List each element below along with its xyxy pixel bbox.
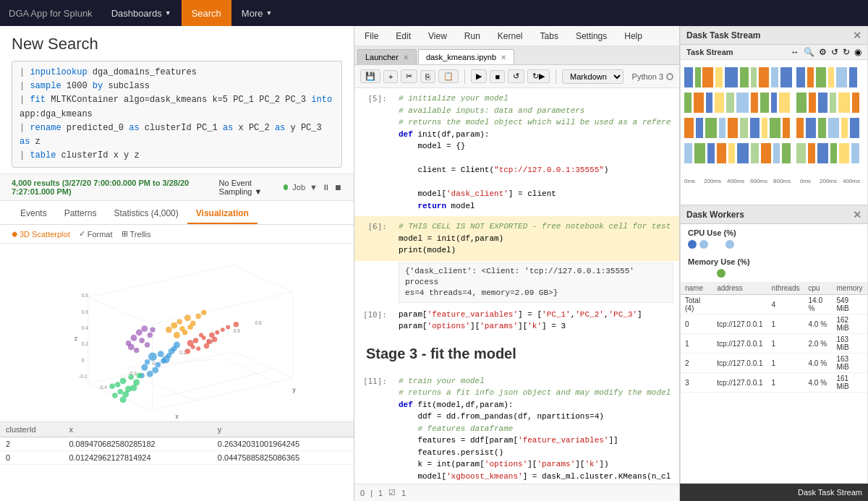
svg-point-89 <box>128 344 135 351</box>
tab-patterns[interactable]: Patterns <box>56 204 106 224</box>
menu-edit[interactable]: Edit <box>391 31 415 41</box>
cell-10-content[interactable]: param['feature_variables'] = ['PC_1','PC… <box>393 306 679 335</box>
menu-help[interactable]: Help <box>620 31 647 41</box>
task-stream-title: Dask Task Stream <box>686 30 761 40</box>
svg-rect-151 <box>796 143 806 163</box>
nav-dashboards[interactable]: Dashboards ▼ <box>101 0 182 26</box>
menu-run[interactable]: Run <box>460 31 485 41</box>
cpu-label: CPU Use (%) <box>688 228 860 237</box>
dask-footer: Dask Task Stream <box>680 484 868 501</box>
svg-line-2 <box>234 351 293 378</box>
tab-statistics[interactable]: Statistics (4,000) <box>105 204 187 224</box>
cut-button[interactable]: ✂ <box>401 69 417 83</box>
viz-trellis[interactable]: ⊞ Trellis <box>122 229 151 239</box>
cell-6-content[interactable]: # THIS CELL IS NOT EXPORTED - free noteb… <box>393 218 679 260</box>
svg-point-57 <box>166 353 171 358</box>
viz-format[interactable]: ✓ Format <box>79 229 113 239</box>
job-label[interactable]: Job <box>292 183 305 192</box>
page-title: New Search <box>12 35 342 53</box>
undo-icon[interactable]: ↺ <box>831 47 838 57</box>
svg-text:0.8: 0.8 <box>82 294 89 299</box>
svg-line-13 <box>134 377 198 402</box>
svg-rect-112 <box>779 93 790 113</box>
color-icon[interactable]: ◉ <box>854 47 861 57</box>
menu-view[interactable]: View <box>424 31 451 41</box>
menu-file[interactable]: File <box>360 31 383 41</box>
expand-icon[interactable]: ↔ <box>791 47 799 57</box>
svg-line-14 <box>226 359 277 383</box>
svg-rect-127 <box>728 143 735 163</box>
search-icon[interactable]: 🔍 <box>804 47 814 57</box>
worker-row-2: 2 tcp://127.0.0.1 1 4.0 % 163 MiB <box>681 354 867 373</box>
cell-5-content[interactable]: # initialize your model # available inpu… <box>393 90 679 215</box>
run-button[interactable]: ▶ <box>471 69 487 83</box>
tab-notebook[interactable]: dask_kmeans.ipynb ✕ <box>418 49 514 64</box>
dask-panel: Dask Task Stream ✕ Task Stream ↔ 🔍 ⚙ ↺ ↻… <box>680 26 868 501</box>
cpu-dot-0 <box>688 240 697 249</box>
svg-rect-95 <box>702 67 713 87</box>
redo-icon[interactable]: ↻ <box>843 47 850 57</box>
menu-kernel[interactable]: Kernel <box>493 31 527 41</box>
cell-11-content[interactable]: # train your model # returns a fit info … <box>393 372 679 484</box>
svg-point-63 <box>115 382 120 387</box>
svg-rect-125 <box>707 143 715 163</box>
svg-rect-154 <box>830 143 837 163</box>
restart-button[interactable]: ↺ <box>508 69 524 83</box>
col-name: name <box>681 282 712 295</box>
toolbar-separator-2 <box>556 69 556 84</box>
results-count: 4,000 results (3/27/20 7:00:00.000 PM to… <box>12 179 219 196</box>
col-y[interactable]: y <box>212 422 354 437</box>
tab-launcher[interactable]: Launcher ✕ <box>357 49 417 64</box>
svg-rect-144 <box>852 93 859 113</box>
svg-text:800ms: 800ms <box>773 178 791 184</box>
settings-icon[interactable]: ⚙ <box>819 47 827 57</box>
interrupt-button[interactable]: ■ <box>490 70 505 83</box>
close-notebook-tab[interactable]: ✕ <box>501 53 506 61</box>
viz-3d-scatter[interactable]: ◆ 3D Scatterplot <box>12 229 70 239</box>
menu-settings[interactable]: Settings <box>571 31 611 41</box>
svg-point-75 <box>171 322 177 329</box>
svg-line-1 <box>88 384 153 411</box>
save-button[interactable]: 💾 <box>360 69 380 83</box>
data-table: clusterId x y 2 0.089470682580285182 0.2… <box>0 422 354 465</box>
cell-5-number: [5]: <box>357 90 393 215</box>
tab-visualization[interactable]: Visualization <box>187 204 258 224</box>
svg-point-42 <box>234 322 239 327</box>
svg-point-66 <box>130 385 137 391</box>
svg-rect-152 <box>808 143 815 163</box>
svg-line-10 <box>153 292 293 325</box>
copy-button[interactable]: ⎘ <box>420 70 435 83</box>
task-stream-close[interactable]: ✕ <box>853 30 861 41</box>
cpu-dot-1 <box>699 240 708 249</box>
tab-events[interactable]: Events <box>12 204 56 224</box>
svg-text:0.8: 0.8 <box>255 320 262 325</box>
workers-close[interactable]: ✕ <box>853 209 861 220</box>
menu-tabs[interactable]: Tabs <box>536 31 563 41</box>
worker-row-total: Total (4) 4 14.0 % 549 MiB <box>681 295 867 314</box>
nav-search[interactable]: Search <box>182 0 231 26</box>
cell-type-select[interactable]: Markdown Code <box>562 69 624 84</box>
svg-point-43 <box>199 333 203 338</box>
svg-rect-122 <box>783 118 790 138</box>
toolbar-separator <box>464 69 465 84</box>
svg-text:0.2: 0.2 <box>82 342 89 347</box>
pause-btn[interactable]: ⏸ <box>322 183 330 192</box>
search-box[interactable]: | inputlookup dga_domains_features | sam… <box>12 61 342 168</box>
event-sampling[interactable]: No Event Sampling ▼ <box>219 179 280 196</box>
svg-point-85 <box>148 333 153 338</box>
cell-6-number: [6]: <box>357 218 393 260</box>
svg-point-45 <box>191 345 195 349</box>
close-launcher-tab[interactable]: ✕ <box>403 53 409 61</box>
add-cell-button[interactable]: + <box>383 70 398 83</box>
cell-6-output-number <box>357 262 393 303</box>
restart-run-button[interactable]: ↻▶ <box>527 69 550 83</box>
col-x[interactable]: x <box>63 422 211 437</box>
svg-rect-148 <box>828 118 839 138</box>
kernel-indicator: Python 3 <box>632 72 673 81</box>
stop-btn[interactable]: ⏹ <box>334 183 342 192</box>
splunk-panel: New Search | inputlookup dga_domains_fea… <box>0 26 354 501</box>
paste-button[interactable]: 📋 <box>438 69 459 83</box>
col-clusterid[interactable]: clusterId <box>0 422 63 437</box>
nav-more[interactable]: More ▼ <box>231 0 283 26</box>
svg-rect-96 <box>715 67 723 87</box>
